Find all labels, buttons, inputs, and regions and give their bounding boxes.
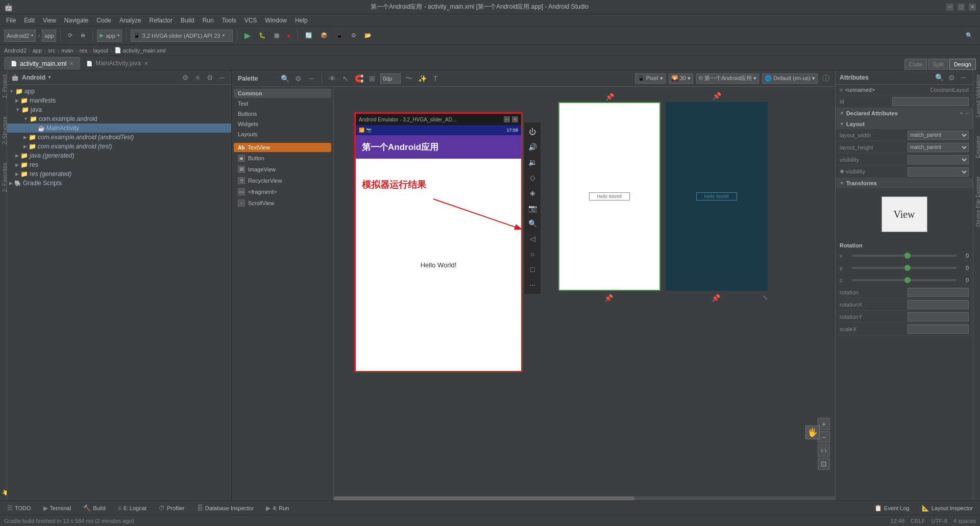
palette-item-recyclerview[interactable]: ☰ RecyclerView (234, 176, 331, 186)
emu-camera-button[interactable]: 📷 (525, 201, 540, 215)
menu-refactor[interactable]: Refactor (145, 16, 177, 25)
locale-dropdown[interactable]: 🌐 Default (en-us) ▾ (762, 73, 818, 84)
pixel-dropdown[interactable]: 📱 Pixel ▾ (635, 73, 666, 84)
palette-item-fragment[interactable]: </> <fragment> (234, 187, 331, 197)
emulator-close-button[interactable]: ✕ (512, 116, 518, 122)
layout-height-select[interactable]: match_parent wrap_content (908, 143, 969, 152)
breadcrumb-android2[interactable]: Android2 (4, 47, 27, 54)
tree-item-app[interactable]: ▼ 📁 app (7, 87, 231, 96)
emu-rotate2-button[interactable]: ◈ (525, 186, 540, 200)
gradle-button[interactable]: 📦 (317, 29, 331, 42)
menu-tools[interactable]: Tools (218, 16, 240, 25)
tab-activity-main-xml[interactable]: 📄 activity_main.xml ✕ (4, 57, 80, 70)
debug-button[interactable]: 🐛 (256, 29, 269, 42)
emu-square-button[interactable]: □ (525, 262, 540, 277)
menu-help[interactable]: Help (291, 16, 312, 25)
palette-category-text[interactable]: Text (234, 99, 331, 108)
cursor-button[interactable]: ↖ (340, 73, 351, 84)
tree-item-com-example[interactable]: ▼ 📁 com.example.android (7, 114, 231, 123)
close-button[interactable]: ✕ (969, 4, 976, 11)
emu-vol-down-button[interactable]: 🔉 (525, 155, 540, 169)
add-attribute-button[interactable]: + (960, 110, 963, 117)
sync-button[interactable]: ⟳ (65, 29, 76, 42)
menu-code[interactable]: Code (92, 16, 115, 25)
breadcrumb-layout[interactable]: layout (93, 47, 108, 54)
menu-vcs[interactable]: VCS (240, 16, 261, 25)
breadcrumb-main[interactable]: main (61, 47, 74, 54)
toggle-design-button[interactable]: 👁 (327, 73, 337, 84)
profiler-button[interactable]: ⏱ Profiler (156, 504, 188, 513)
id-input-field[interactable] (892, 97, 969, 106)
palette-minimize-button[interactable]: ─ (306, 73, 316, 84)
event-log-button[interactable]: 📋 Event Log (871, 504, 913, 513)
move-button[interactable]: ⊞ (367, 73, 377, 84)
project-name-dropdown[interactable]: Android2 ▾ (4, 30, 36, 42)
sdk-button[interactable]: ⚙ (348, 29, 359, 42)
stop-button[interactable]: ■ (284, 29, 294, 42)
todo-button[interactable]: ☰ TODO (4, 504, 34, 513)
tab-close-button[interactable]: ✕ (69, 61, 74, 66)
breadcrumb-file[interactable]: 📄 activity_main.xml (114, 47, 166, 54)
palette-item-imageview[interactable]: 🖼 ImageView (234, 164, 331, 174)
tree-item-res-generated[interactable]: ▶ 📁 res (generated) (7, 169, 231, 179)
palette-category-buttons[interactable]: Buttons (234, 109, 331, 118)
run-button[interactable]: ▶ (241, 29, 254, 42)
visibility-select[interactable]: visible invisible gone (908, 155, 969, 164)
coverage-button[interactable]: ▦ (271, 29, 282, 42)
sync-gradle-button[interactable]: 🔄 (302, 29, 315, 42)
z-slider[interactable] (852, 279, 957, 281)
project-minimize-button[interactable]: ─ (217, 72, 227, 83)
breadcrumb-src[interactable]: src (48, 47, 56, 54)
minimize-button[interactable]: ─ (946, 4, 953, 11)
palette-item-button[interactable]: ▣ Button (234, 153, 331, 163)
palette-settings-button[interactable]: ⚙ (293, 73, 303, 84)
tab-close-button-2[interactable]: ✕ (144, 61, 148, 66)
wave-button[interactable]: 〜 (404, 73, 414, 84)
breadcrumb-res[interactable]: res (80, 47, 87, 54)
tree-item-com-test[interactable]: ▶ 📁 com.example.android (test) (7, 142, 231, 151)
tree-item-mainactivity[interactable]: ☕ MainActivity (7, 123, 231, 133)
design-view-button[interactable]: Design (949, 59, 976, 70)
project-panel-tab[interactable]: 1: Project (0, 70, 7, 102)
emu-home-button[interactable]: ○ (525, 247, 540, 261)
dp-dropdown[interactable]: 0dp (380, 73, 401, 84)
palette-item-textview[interactable]: Ab TextView (234, 143, 331, 152)
menu-build[interactable]: Build (177, 16, 199, 25)
zoom-fit-all-button[interactable]: ⊡ (818, 458, 830, 470)
tree-item-res[interactable]: ▶ 📁 res (7, 160, 231, 169)
text-button[interactable]: T (430, 73, 440, 84)
build-button[interactable]: 🔨 Build (80, 504, 108, 513)
device-file-button[interactable]: 📂 (361, 29, 375, 42)
project-settings-button[interactable]: ⚙ (205, 72, 215, 83)
tree-item-java[interactable]: ▼ 📁 java (7, 105, 231, 114)
remove-attribute-button[interactable]: − (965, 110, 969, 117)
tree-item-gradle[interactable]: ▶ 🐘 Gradle Scripts (7, 179, 231, 188)
favorites-panel-tab[interactable]: 2: Favorites (0, 159, 7, 196)
tree-item-java-generated[interactable]: ▶ 📁 java (generated) (7, 151, 231, 160)
menu-run[interactable]: Run (199, 16, 218, 25)
bottom-tab-todo[interactable]: ⭐ (0, 486, 7, 500)
attributes-search-button[interactable]: 🔍 (934, 72, 944, 83)
device-file-explorer-tab[interactable]: Device File Explorer (973, 172, 980, 231)
layout-inspector-button[interactable]: 📐 Layout Inspector (919, 504, 976, 513)
emu-more-button[interactable]: ··· (525, 278, 540, 292)
emulator-minimize-button[interactable]: ─ (504, 116, 510, 122)
menu-edit[interactable]: Edit (20, 16, 39, 25)
horizontal-scrollbar[interactable] (334, 496, 835, 500)
module-dropdown[interactable]: app (42, 30, 56, 42)
declared-attributes-section[interactable]: ▼ Declared Attributes + − (836, 108, 973, 119)
target-icon[interactable]: ⊕ (78, 29, 88, 42)
menu-window[interactable]: Window (261, 16, 291, 25)
menu-file[interactable]: File (2, 16, 20, 25)
maximize-button[interactable]: □ (958, 4, 965, 11)
device-dropdown[interactable]: 📱 3.2 HVGA slider (ADP1) API 23 ▾ (131, 30, 233, 42)
menu-navigate[interactable]: Navigate (60, 16, 92, 25)
breadcrumb-app[interactable]: app (33, 47, 42, 54)
attributes-minimize-button[interactable]: ─ (959, 72, 969, 83)
palette-item-scrollview[interactable]: ↕ ScrollView (234, 198, 331, 208)
structure-panel-tab[interactable]: Z-Structure (0, 112, 7, 148)
resize-handle[interactable]: ⤡ (763, 294, 768, 301)
layout-validation-tab[interactable]: Layout Validation (973, 70, 980, 121)
y-slider[interactable] (852, 267, 957, 269)
scalex-field-input[interactable] (908, 324, 969, 334)
